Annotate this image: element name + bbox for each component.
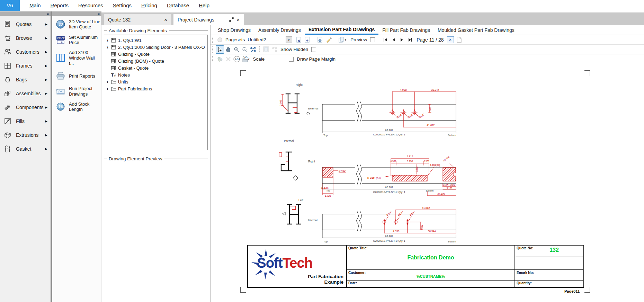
- tree-item-glazing-bom-quote[interactable]: Glazing (BOM) - Quote: [105, 57, 207, 64]
- new-page-icon[interactable]: [455, 36, 463, 44]
- ab-text-button[interactable]: Ab: [232, 55, 241, 63]
- tab-shop-drawings[interactable]: Shop Drawings: [214, 25, 254, 35]
- tab-fill-part-fab-drawings[interactable]: Fill Part Fab Drawings: [378, 25, 434, 35]
- tree-item-notes[interactable]: TT Notes: [105, 71, 207, 78]
- action-label: Add 3100 Window Wall t...: [69, 50, 100, 66]
- pan-tool-button[interactable]: [224, 45, 232, 54]
- tree-item-units[interactable]: › Units: [105, 78, 207, 85]
- copy-page-button[interactable]: [337, 36, 346, 44]
- action-add-3100-window-wall[interactable]: Add 3100 Window Wall t...: [52, 47, 101, 68]
- close-icon[interactable]: ×: [236, 17, 240, 22]
- printer-icon: [55, 71, 66, 81]
- sidebar-item-fills[interactable]: Fills ▶: [0, 114, 51, 128]
- action-run-project-drawings[interactable]: Run Project Drawings: [52, 83, 101, 99]
- action-print-reports[interactable]: Print Reports: [52, 68, 101, 83]
- menu-item-resources[interactable]: Resources: [78, 2, 103, 8]
- sidebar-item-customers[interactable]: Customers ▶: [0, 45, 51, 59]
- sidebar-item-label: Gasket: [16, 146, 45, 152]
- tab-quote-132[interactable]: Quote 132 ×: [104, 14, 171, 25]
- sidebar-item-quotes[interactable]: $ Quotes ▶: [0, 17, 51, 31]
- pageset-value[interactable]: Untitled2: [248, 37, 266, 42]
- close-icon[interactable]: ×: [164, 17, 167, 22]
- svg-text:3D: 3D: [59, 23, 63, 26]
- expand-chevron-icon[interactable]: ›: [107, 45, 111, 50]
- zoom-out-button[interactable]: [241, 45, 249, 54]
- drawing-elements-tree[interactable]: › 1. Qty.1;W1 › 2. Qty.1;2000 Sliding Do…: [104, 35, 208, 150]
- sidebar-item-assemblies[interactable]: Assemblies ▶: [0, 87, 51, 100]
- menu-item-main[interactable]: Main: [29, 2, 41, 8]
- expand-tab-icon[interactable]: [229, 17, 234, 22]
- expand-chevron-icon[interactable]: ›: [107, 79, 111, 84]
- sidebar-item-bags[interactable]: Bags ▶: [0, 73, 51, 87]
- draw-page-margin-checkbox[interactable]: [289, 57, 294, 62]
- expand-chevron-icon[interactable]: ›: [107, 38, 111, 43]
- zoom-in-button[interactable]: [232, 45, 241, 54]
- tree-item-label: Notes: [118, 72, 130, 78]
- expand-chevron-icon[interactable]: ›: [107, 86, 111, 91]
- collapse-actions-icon[interactable]: «: [98, 12, 100, 16]
- dropdown-arrow-icon[interactable]: ▾: [345, 38, 347, 42]
- title-block-right: Quote No: 132 Emark No: Quantity:: [515, 246, 583, 287]
- menu-item-database[interactable]: Database: [167, 2, 189, 8]
- wand-button[interactable]: [324, 36, 333, 44]
- menu-item-reports[interactable]: Reports: [51, 2, 69, 8]
- menu-label-part: R: [78, 2, 82, 8]
- first-page-button[interactable]: [381, 36, 390, 44]
- svg-text:0.531: 0.531: [424, 160, 430, 162]
- tab-project-drawings[interactable]: Project Drawings ×: [173, 14, 244, 25]
- tree-item-part-fabrications[interactable]: › Part Fabrications: [105, 85, 207, 92]
- delete-page-button[interactable]: [295, 36, 303, 44]
- sidebar-item-gasket[interactable]: Gasket ▶: [0, 142, 51, 156]
- toolbar-grip[interactable]: [212, 56, 214, 62]
- collapse-sidebar-icon[interactable]: «: [47, 12, 49, 16]
- select-tool-button[interactable]: [216, 45, 224, 54]
- add-page-button[interactable]: [303, 36, 312, 44]
- page-target-button[interactable]: [316, 36, 324, 44]
- drawing-canvas[interactable]: Right 2.082 External: [211, 64, 644, 302]
- show-hidden-checkbox[interactable]: [311, 47, 316, 52]
- toolbar-separator: [259, 46, 260, 53]
- tab-label: Project Drawings: [178, 17, 227, 23]
- svg-text:0.531: 0.531: [391, 160, 396, 162]
- tree-item-glazing-quote[interactable]: Glazing - Quote: [105, 51, 207, 57]
- sidebar-item-frames[interactable]: Frames ▶: [0, 59, 51, 73]
- menu-item-pricing[interactable]: Pricing: [141, 2, 157, 8]
- previous-page-button[interactable]: [390, 36, 398, 44]
- sidebar-item-extrusions[interactable]: Extrusions ▶: [0, 128, 51, 142]
- tab-assembly-drawings[interactable]: Assembly Drawings: [254, 25, 305, 35]
- tree-item-label: Glazing (BOM) - Quote: [118, 59, 164, 64]
- app-logo[interactable]: V6: [0, 0, 20, 11]
- next-page-button[interactable]: [398, 36, 406, 44]
- toolbar-grip[interactable]: [212, 46, 214, 53]
- pageset-dropdown-button[interactable]: ∨: [286, 36, 292, 43]
- quote-title-value: Fabrication Demo: [347, 255, 515, 261]
- logo-subtitle-line: Part Fabrication: [308, 274, 343, 279]
- close-page-button[interactable]: ×: [447, 36, 454, 43]
- zoom-fit-button[interactable]: [249, 45, 257, 54]
- tree-item-frame-1[interactable]: › 1. Qty.1;W1: [105, 37, 207, 44]
- tree-item-gasket-quote[interactable]: Gasket - Quote: [105, 64, 207, 71]
- action-add-stock-length[interactable]: 1% Add Stock Length: [52, 99, 101, 115]
- sidebar-item-browse[interactable]: Browse ▶: [0, 31, 51, 45]
- preview-checkbox[interactable]: [370, 37, 375, 42]
- price-icon: PRICE....$: [55, 35, 66, 45]
- menu-item-help[interactable]: Help: [199, 2, 209, 8]
- svg-text:Ab: Ab: [234, 57, 238, 61]
- svg-text:1.187: 1.187: [442, 184, 448, 186]
- folder-icon: [111, 80, 116, 84]
- toolbar-grip[interactable]: [212, 37, 214, 43]
- last-page-button[interactable]: [406, 36, 414, 44]
- date-label: Date:: [348, 281, 357, 285]
- action-3d-view[interactable]: 3D 3D View of Line Item Quote: [52, 17, 101, 32]
- sidebar-item-components[interactable]: Components ▶: [0, 100, 51, 114]
- submenu-arrow-icon: ▶: [45, 106, 47, 109]
- menu-label-part: eports: [54, 2, 69, 8]
- action-set-aluminium-price[interactable]: PRICE....$ Set Aluminium Price: [52, 32, 101, 48]
- tree-item-frame-2[interactable]: › 2. Qty.1;2000 Sliding Door - 3 Panels …: [105, 44, 207, 51]
- tab-moulded-gasket-part-fab-drawings[interactable]: Moulded Gasket Part Fab Drawings: [434, 25, 518, 35]
- tab-extrusion-part-fab-drawings[interactable]: Extrusion Part Fab Drawings: [305, 25, 378, 35]
- sidebar-item-label: Fills: [16, 118, 45, 124]
- menu-item-settings[interactable]: Settings: [113, 2, 132, 8]
- logo-tech: Tech: [283, 255, 312, 270]
- dropdown-arrow-icon[interactable]: ▾: [248, 57, 250, 61]
